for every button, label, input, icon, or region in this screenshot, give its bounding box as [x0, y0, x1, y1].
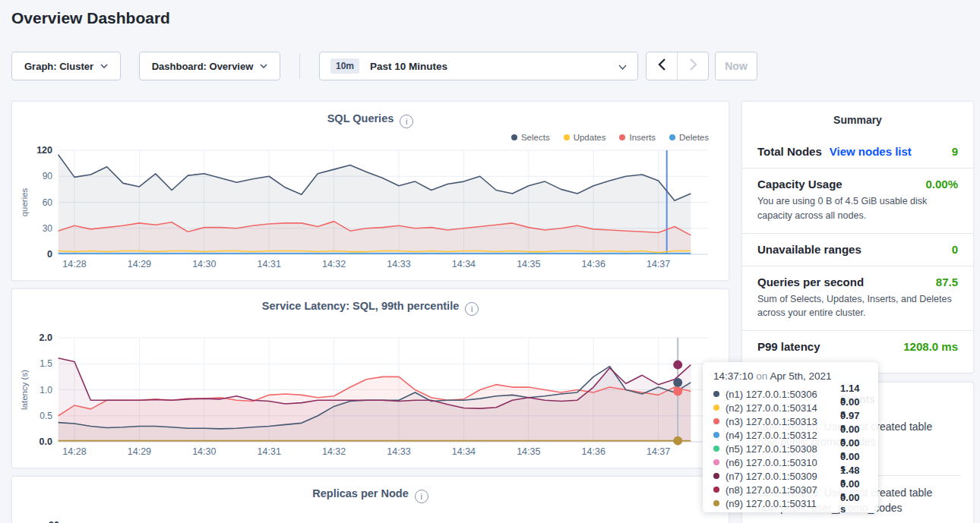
- svg-text:30: 30: [43, 223, 53, 234]
- replicas-per-node-card: Replicas per Nodei 30: [11, 476, 729, 523]
- tooltip-row-n9: (n9) 127.0.0.1:503110.00 s: [713, 496, 868, 510]
- now-button[interactable]: Now: [715, 52, 757, 80]
- node-dot-icon: [713, 487, 719, 493]
- summary-title: Summary: [742, 102, 973, 136]
- svg-text:14:32: 14:32: [322, 446, 346, 457]
- node-dot-icon: [713, 459, 719, 465]
- svg-text:14:35: 14:35: [517, 446, 540, 457]
- qps-label: Queries per second: [757, 276, 864, 288]
- time-range-dropdown[interactable]: 10m Past 10 Minutes: [319, 52, 638, 80]
- qps-value: 87.5: [936, 276, 958, 288]
- svg-text:14:33: 14:33: [387, 446, 410, 457]
- chart-title-text: Replicas per Node: [312, 487, 409, 499]
- summary-row-total-nodes: Total Nodes View nodes list 9: [742, 136, 973, 168]
- summary-panel: Summary Total Nodes View nodes list 9 Ca…: [741, 101, 974, 373]
- chart-hover-tooltip: 14:37:10 on Apr 5th, 2021 (n1) 127.0.0.1…: [703, 362, 878, 512]
- chevron-down-icon: [100, 64, 108, 68]
- summary-row-qps: Queries per second 87.5 Sum of Selects, …: [742, 266, 973, 331]
- svg-text:14:37: 14:37: [646, 446, 670, 457]
- svg-text:0.0: 0.0: [40, 436, 52, 447]
- summary-row-p99: P99 latency 1208.0 ms: [742, 330, 973, 363]
- sql-queries-card: SQL Queriesi Selects Updates Inserts Del…: [11, 101, 729, 281]
- chevron-left-icon: [658, 58, 666, 74]
- dashboard-dropdown-label: Dashboard: Overview: [152, 61, 254, 72]
- node-address: (n2) 127.0.0.1:50314: [726, 402, 840, 414]
- svg-text:14:31: 14:31: [258, 259, 281, 269]
- dashboard-dropdown[interactable]: Dashboard: Overview: [139, 52, 280, 80]
- svg-text:1.5: 1.5: [40, 358, 52, 369]
- node-address: (n3) 127.0.0.1:50313: [726, 416, 840, 427]
- svg-text:14:33: 14:33: [387, 259, 410, 269]
- toolbar-divider: [299, 53, 300, 79]
- capacity-usage-value: 0.00%: [925, 178, 958, 191]
- node-latency: 0.00 s: [840, 492, 868, 515]
- node-address: (n9) 127.0.0.1:50311: [726, 498, 840, 509]
- svg-text:14:36: 14:36: [582, 446, 605, 457]
- tooltip-date: Apr 5th, 2021: [770, 370, 831, 382]
- svg-text:14:28: 14:28: [62, 259, 86, 269]
- replicas-ytick-partial: 30: [49, 520, 59, 523]
- time-range-label: Past 10 Minutes: [370, 61, 618, 72]
- info-icon[interactable]: i: [415, 490, 428, 503]
- svg-text:14:34: 14:34: [452, 446, 476, 457]
- svg-text:14:29: 14:29: [128, 446, 151, 457]
- node-dot-icon: [713, 432, 719, 438]
- p99-latency-label: P99 latency: [757, 340, 820, 353]
- view-nodes-list-link[interactable]: View nodes list: [830, 145, 912, 158]
- svg-text:14:29: 14:29: [128, 259, 151, 269]
- node-address: (n6) 127.0.0.1:50310: [726, 457, 840, 468]
- prev-time-button[interactable]: [646, 52, 677, 80]
- unavailable-ranges-label: Unavailable ranges: [757, 243, 861, 256]
- svg-text:14:35: 14:35: [517, 259, 540, 269]
- node-address: (n7) 127.0.0.1:50309: [726, 471, 840, 482]
- svg-text:queries: queries: [20, 187, 29, 216]
- service-latency-card: Service Latency: SQL, 99th percentilei 1…: [11, 288, 729, 468]
- chevron-down-icon: [260, 64, 267, 68]
- svg-text:14:36: 14:36: [582, 259, 605, 269]
- svg-text:2.0: 2.0: [40, 332, 52, 343]
- node-dot-icon: [713, 418, 719, 424]
- p99-latency-value: 1208.0 ms: [903, 340, 958, 353]
- qps-desc: Sum of Selects, Updates, Inserts, and De…: [757, 292, 958, 321]
- svg-text:14:31: 14:31: [258, 446, 281, 457]
- summary-row-unavailable: Unavailable ranges 0: [742, 233, 973, 266]
- node-address: (n8) 127.0.0.1:50307: [726, 484, 840, 496]
- chevron-right-icon: [689, 58, 697, 74]
- svg-text:0.5: 0.5: [40, 411, 52, 421]
- svg-text:14:32: 14:32: [322, 259, 346, 269]
- service-latency-plot[interactable]: 14:2814:2914:3014:3114:3214:3314:3414:35…: [12, 289, 730, 469]
- total-nodes-label: Total Nodes: [757, 145, 822, 158]
- now-button-label: Now: [725, 60, 748, 72]
- sql-queries-plot[interactable]: 14:2814:2914:3014:3114:3214:3314:3414:35…: [12, 102, 730, 282]
- svg-text:14:30: 14:30: [192, 446, 216, 457]
- svg-text:60: 60: [43, 197, 53, 208]
- replicas-per-node-title: Replicas per Nodei: [12, 487, 729, 503]
- summary-row-capacity: Capacity Usage 0.00% You are using 0 B o…: [742, 168, 973, 233]
- node-dot-icon: [713, 391, 719, 397]
- svg-text:0: 0: [47, 249, 52, 260]
- node-address: (n1) 127.0.0.1:50306: [726, 389, 840, 400]
- svg-text:14:34: 14:34: [452, 259, 476, 269]
- tooltip-on: on: [756, 370, 767, 382]
- overview-dashboard-page: Overview Dashboard Graph: Cluster Dashbo…: [0, 0, 980, 523]
- svg-text:14:37: 14:37: [646, 259, 670, 269]
- tooltip-timestamp: 14:37:10 on Apr 5th, 2021: [713, 370, 868, 382]
- svg-text:90: 90: [43, 171, 53, 181]
- unavailable-ranges-value: 0: [952, 243, 958, 256]
- total-nodes-value: 9: [952, 145, 958, 158]
- chevron-down-icon: [618, 59, 627, 73]
- graph-dropdown[interactable]: Graph: Cluster: [11, 52, 121, 80]
- svg-text:120: 120: [36, 145, 52, 156]
- node-dot-icon: [713, 473, 719, 479]
- svg-text:1.0: 1.0: [40, 385, 52, 395]
- graph-dropdown-label: Graph: Cluster: [24, 61, 93, 72]
- node-address: (n5) 127.0.0.1:50308: [726, 443, 840, 455]
- svg-text:14:28: 14:28: [62, 446, 86, 457]
- capacity-usage-label: Capacity Usage: [757, 178, 842, 191]
- time-range-badge: 10m: [330, 58, 359, 74]
- node-address: (n4) 127.0.0.1:50312: [726, 430, 840, 441]
- next-time-button[interactable]: [677, 52, 708, 80]
- time-step-buttons: [646, 52, 709, 80]
- node-dot-icon: [713, 405, 719, 411]
- tooltip-time: 14:37:10: [713, 370, 754, 382]
